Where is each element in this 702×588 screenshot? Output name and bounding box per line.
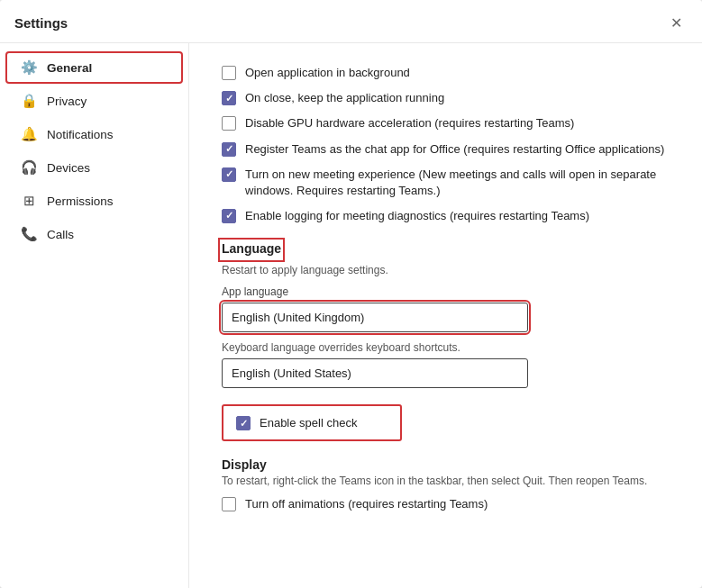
main-panel: Open application in backgroundOn close, … [189,43,702,588]
sidebar-item-devices[interactable]: 🎧Devices [5,151,183,184]
display-subtext: To restart, right-click the Teams icon i… [222,475,673,487]
app-language-dropdown[interactable]: English (United Kingdom) [222,303,528,332]
checkbox-label-logging: Enable logging for meeting diagnostics (… [245,208,589,224]
devices-icon: 🎧 [20,159,38,176]
title-bar: Settings ✕ [0,0,702,43]
language-section: Language Restart to apply language setti… [222,240,673,388]
animation-label: Turn off animations (requires restarting… [245,496,488,512]
sidebar-label-devices: Devices [47,161,90,175]
sidebar-item-privacy[interactable]: 🔒Privacy [5,85,183,117]
sidebar-label-calls: Calls [47,228,74,241]
checkbox-label-open-bg: Open application in background [245,65,410,81]
checkbox-open-bg[interactable] [222,66,236,80]
checkbox-label-disable-gpu: Disable GPU hardware acceleration (requi… [245,115,574,131]
checkbox-row-keep-running: On close, keep the application running [222,90,673,106]
language-heading-box: Language [222,241,281,258]
language-subtext: Restart to apply language settings. [222,264,673,276]
checkbox-label-register-teams: Register Teams as the chat app for Offic… [245,141,664,158]
checkbox-new-meeting[interactable] [222,167,236,182]
checkbox-row-register-teams: Register Teams as the chat app for Offic… [222,141,673,158]
checkbox-keep-running[interactable] [222,91,236,105]
general-checkboxes: Open application in backgroundOn close, … [222,65,673,224]
permissions-icon: ⊞ [20,193,38,209]
checkbox-disable-gpu[interactable] [222,116,236,131]
general-icon: ⚙️ [20,59,38,76]
sidebar-item-general[interactable]: ⚙️General [5,51,183,84]
keyboard-language-dropdown[interactable]: English (United States) [222,358,528,388]
app-language-label: App language [222,285,673,298]
display-section: Display To restart, right-click the Team… [222,457,673,512]
content-area: ⚙️General🔒Privacy🔔Notifications🎧Devices⊞… [0,43,702,588]
checkbox-label-new-meeting: Turn on new meeting experience (New meet… [245,167,673,199]
spell-check-checkbox[interactable] [236,416,251,430]
settings-window: Settings ✕ ⚙️General🔒Privacy🔔Notificatio… [0,0,702,588]
sidebar-item-permissions[interactable]: ⊞Permissions [5,185,183,217]
checkbox-row-new-meeting: Turn on new meeting experience (New meet… [222,167,673,199]
display-heading: Display [222,457,673,472]
keyboard-language-subtext: Keyboard language overrides keyboard sho… [222,341,673,354]
window-title: Settings [14,15,68,31]
sidebar: ⚙️General🔒Privacy🔔Notifications🎧Devices⊞… [0,43,189,588]
app-language-dropdown-wrap: English (United Kingdom) [222,303,673,332]
checkbox-row-logging: Enable logging for meeting diagnostics (… [222,208,673,224]
keyboard-language-dropdown-wrap: English (United States) [222,358,673,388]
sidebar-item-notifications[interactable]: 🔔Notifications [5,118,183,150]
sidebar-label-general: General [47,61,92,75]
checkbox-register-teams[interactable] [222,142,236,157]
spell-check-row[interactable]: Enable spell check [222,404,402,441]
checkbox-row-open-bg: Open application in background [222,65,673,81]
sidebar-label-notifications: Notifications [47,128,114,141]
calls-icon: 📞 [20,226,38,242]
sidebar-label-permissions: Permissions [47,194,114,208]
sidebar-item-calls[interactable]: 📞Calls [5,218,183,250]
animation-checkbox-row: Turn off animations (requires restarting… [222,496,673,512]
checkbox-logging[interactable] [222,209,236,223]
checkbox-row-disable-gpu: Disable GPU hardware acceleration (requi… [222,115,673,131]
close-button[interactable]: ✕ [665,13,688,33]
animation-checkbox[interactable] [222,497,236,511]
privacy-icon: 🔒 [20,93,38,109]
sidebar-label-privacy: Privacy [47,95,87,108]
spell-check-label: Enable spell check [260,416,357,430]
checkbox-label-keep-running: On close, keep the application running [245,90,444,106]
language-heading: Language [222,241,281,256]
notifications-icon: 🔔 [20,126,38,142]
